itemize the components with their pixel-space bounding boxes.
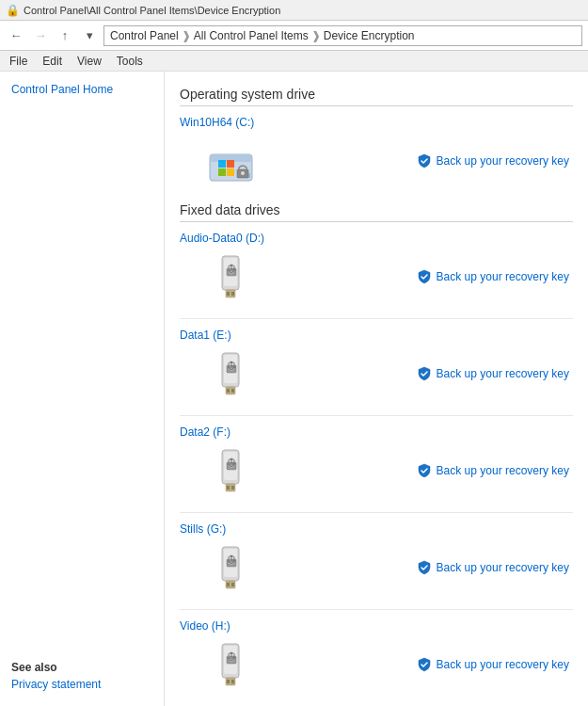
svg-point-46 (228, 463, 230, 465)
svg-rect-34 (232, 366, 235, 368)
drive-g-name[interactable]: Stills (G:) (180, 522, 573, 536)
backup-recovery-h[interactable]: Back up your recovery key (417, 657, 569, 672)
drive-d-row: Back up your recovery key (180, 249, 573, 305)
title-bar-icon: 🔒 (6, 4, 20, 17)
usb-drive-h-svg (205, 636, 257, 693)
shield-icon-f (417, 463, 432, 478)
sidebar: Control Panel Home See also Privacy stat… (0, 72, 165, 706)
usb-drive-f-svg (205, 442, 257, 499)
svg-point-8 (241, 171, 245, 175)
drive-f-name[interactable]: Data2 (F:) (180, 425, 573, 439)
drive-h-row: Back up your recovery key (180, 636, 573, 693)
svg-rect-39 (231, 486, 234, 489)
drive-f: Data2 (F:) (180, 422, 573, 506)
address-path: Control Panel ❱ All Control Panel Items … (103, 25, 582, 46)
fixed-drives-divider (180, 221, 573, 222)
svg-rect-65 (231, 680, 234, 683)
drive-f-icon (202, 442, 259, 499)
backup-recovery-c[interactable]: Back up your recovery key (417, 153, 569, 168)
recent-button[interactable]: ▾ (79, 25, 100, 46)
svg-point-55 (230, 555, 231, 557)
drive-c-icon (202, 133, 259, 189)
title-bar: 🔒 Control Panel\All Control Panel Items\… (0, 0, 588, 21)
svg-rect-3 (218, 160, 226, 168)
main-layout: Control Panel Home See also Privacy stat… (0, 72, 588, 706)
title-bar-text: Control Panel\All Control Panel Items\De… (24, 5, 280, 16)
content-area: Operating system drive Win10H64 (C:) (165, 72, 588, 706)
usb-drive-g-svg (205, 539, 257, 596)
svg-rect-6 (227, 168, 234, 176)
svg-rect-64 (227, 680, 230, 683)
address-bar: ← → ↑ ▾ Control Panel ❱ All Control Pane… (0, 21, 588, 51)
svg-rect-26 (231, 389, 234, 393)
drive-h-name[interactable]: Video (H:) (180, 619, 573, 633)
svg-point-59 (228, 560, 230, 562)
windows-drive-svg (205, 136, 257, 187)
svg-rect-25 (227, 389, 230, 393)
shield-icon-c (417, 153, 432, 168)
svg-point-68 (230, 652, 231, 654)
back-button[interactable]: ← (6, 25, 26, 46)
drive-g: Stills (G:) (180, 519, 573, 603)
drive-c: Win10H64 (C:) (180, 112, 573, 197)
drive-c-row: Back up your recovery key (180, 133, 573, 189)
drive-c-name[interactable]: Win10H64 (C:) (180, 116, 573, 129)
svg-rect-21 (232, 269, 235, 271)
sidebar-control-panel-home[interactable]: Control Panel Home (0, 79, 164, 100)
usb-drive-e-svg (205, 345, 257, 402)
drive-d: Audio-Data0 (D:) (180, 228, 573, 313)
svg-point-16 (230, 265, 231, 266)
menu-edit[interactable]: Edit (35, 53, 70, 70)
svg-point-20 (228, 269, 230, 271)
drive-h-icon (202, 636, 259, 693)
os-drive-divider (180, 105, 573, 106)
svg-rect-13 (231, 292, 234, 296)
shield-icon-d (417, 269, 432, 284)
sidebar-bottom: See also Privacy statement (0, 653, 164, 698)
drive-d-name[interactable]: Audio-Data0 (D:) (180, 232, 573, 245)
drive-e-name[interactable]: Data1 (E:) (180, 329, 573, 342)
drive-d-icon (202, 249, 259, 305)
menu-tools[interactable]: Tools (109, 53, 151, 70)
shield-icon-g (417, 560, 432, 575)
menu-view[interactable]: View (70, 53, 109, 70)
svg-rect-12 (227, 292, 230, 296)
drive-e: Data1 (E:) (180, 325, 573, 409)
svg-rect-51 (227, 583, 230, 586)
shield-icon-e (417, 366, 432, 381)
svg-point-33 (228, 366, 230, 368)
usb-drive-d-svg (205, 249, 257, 305)
backup-recovery-f[interactable]: Back up your recovery key (417, 463, 569, 478)
drive-h: Video (H:) (180, 616, 573, 700)
shield-icon-h (417, 657, 432, 672)
svg-point-72 (228, 657, 230, 659)
svg-rect-60 (232, 560, 235, 562)
svg-rect-4 (227, 160, 234, 168)
see-also-label: See also (11, 661, 152, 674)
drive-e-row: Back up your recovery key (180, 345, 573, 402)
backup-recovery-g[interactable]: Back up your recovery key (417, 560, 569, 575)
backup-recovery-d[interactable]: Back up your recovery key (417, 269, 569, 284)
path-control-panel[interactable]: Control Panel (110, 29, 179, 42)
os-drive-title: Operating system drive (180, 87, 573, 102)
drive-e-icon (202, 345, 259, 402)
path-all-control-panel[interactable]: All Control Panel Items (194, 29, 309, 42)
fixed-drives-title: Fixed data drives (180, 202, 573, 217)
drive-f-row: Back up your recovery key (180, 442, 573, 499)
svg-rect-38 (227, 486, 230, 489)
up-button[interactable]: ↑ (55, 25, 75, 46)
svg-point-29 (230, 361, 231, 363)
menu-bar: File Edit View Tools (0, 51, 588, 72)
menu-file[interactable]: File (2, 53, 35, 70)
svg-point-42 (230, 458, 231, 460)
fixed-drives-section: Fixed data drives Audio-Data0 (D:) (180, 202, 573, 700)
forward-button[interactable]: → (30, 25, 51, 46)
privacy-statement-link[interactable]: Privacy statement (11, 678, 101, 691)
sidebar-nav: Control Panel Home (0, 79, 164, 100)
svg-rect-5 (218, 168, 226, 176)
os-drive-section: Operating system drive Win10H64 (C:) (180, 87, 573, 197)
drive-g-row: Back up your recovery key (180, 539, 573, 596)
svg-rect-47 (232, 463, 235, 465)
backup-recovery-e[interactable]: Back up your recovery key (417, 366, 569, 381)
svg-rect-73 (232, 657, 235, 659)
